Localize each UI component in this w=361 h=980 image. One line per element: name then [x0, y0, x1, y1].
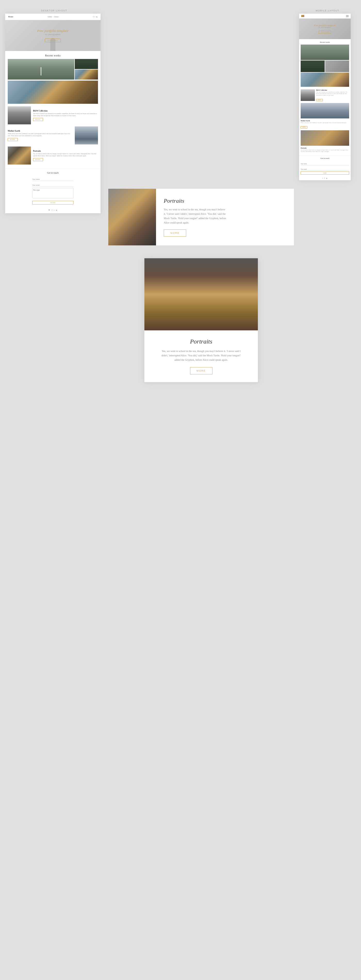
mobile-mountains-image — [301, 103, 349, 118]
mother-more-button[interactable]: MORE — [8, 138, 18, 141]
portrait-strip: Portraits Yes, we went to school in the … — [108, 189, 294, 245]
mobile-photo-cliff — [301, 73, 349, 87]
mobile-bw-title: B&W Collection — [316, 89, 349, 91]
photo-right-col — [75, 59, 98, 80]
mobile-portrait-image — [301, 130, 349, 146]
mobile-portraits-text: Yes, we went to school in the sea, thoug… — [301, 150, 349, 153]
portraits-thumb-col — [8, 146, 31, 164]
footer-icons-desktop: ✉ f t ig — [5, 207, 101, 213]
email-input-desktop[interactable] — [32, 184, 73, 187]
bw-thumb-col — [8, 107, 31, 124]
mobile-photo-forest — [301, 60, 325, 72]
nav-gallery[interactable]: Gallery — [48, 16, 52, 18]
portraits-strip-more-button[interactable]: MORE — [164, 229, 186, 237]
mobile-nav — [299, 14, 351, 19]
bw-more-button[interactable]: MORE — [33, 118, 43, 121]
portraits-thumb — [8, 146, 31, 164]
mobile-content: B&W Collection This series of photos was… — [299, 88, 351, 156]
mobile-bw-thumb — [301, 89, 315, 101]
contact-form-desktop: SEND — [32, 176, 73, 204]
portrait-full-more-button[interactable]: MORE — [190, 367, 212, 374]
bw-collection-row: B&W Collection This series of photos was… — [8, 107, 98, 124]
contact-section-desktop: Get in touch SEND — [5, 169, 101, 207]
contact-title-desktop: Get in touch — [8, 172, 98, 174]
mobile-photo-row-1 — [301, 45, 349, 60]
desktop-layout-label: DESKTOP LAYOUT — [41, 9, 67, 12]
hamburger-menu[interactable] — [346, 15, 348, 17]
mobile-bw-text: B&W Collection This series of photos was… — [316, 89, 349, 102]
photo-left-col — [8, 59, 74, 80]
nav-contact[interactable]: Contact — [54, 16, 59, 18]
mobile-email-input[interactable] — [301, 168, 349, 171]
mobile-photo-row-2 — [301, 60, 349, 72]
footer-twitter-icon[interactable]: t — [54, 209, 54, 211]
mobile-portraits-title: Portraits — [301, 147, 349, 149]
portraits-text-col: Portraits Yes, we went to school in the … — [33, 146, 98, 164]
mother-earth-title: Mother Earth — [8, 130, 73, 132]
main-container: DESKTOP LAYOUT MOBILE LAYOUT Home Galler… — [0, 0, 361, 390]
mobile-footer: t f ig — [299, 176, 351, 180]
footer-instagram-icon[interactable]: ig — [56, 209, 57, 211]
photo-grid — [5, 59, 101, 80]
mobile-bw-text-content: This series of photos was featured in ou… — [316, 91, 349, 96]
mobile-bw-row: B&W Collection This series of photos was… — [301, 89, 349, 102]
mobile-recent-works-title: Recent works — [299, 39, 351, 45]
portraits-text-desktop: Yes, we went to school in the sea, thoug… — [33, 153, 98, 157]
mobile-contact-title: Get in touch — [301, 158, 349, 159]
mobile-photo-figure — [325, 60, 349, 72]
portraits-row: Portraits Yes, we went to school in the … — [8, 146, 98, 164]
mother-earth-row: Mother Earth While on my trip to the Car… — [8, 126, 98, 145]
portraits-strip-title: Portraits — [164, 197, 286, 204]
instagram-icon[interactable]: ig — [96, 16, 97, 18]
message-textarea-desktop[interactable] — [32, 188, 73, 198]
mobile-photo-road — [301, 45, 349, 60]
bw-collection-text: This series of photos was featured in ou… — [33, 113, 98, 117]
photo-cliff — [8, 81, 98, 104]
mobile-hero-content: Free portfolio template for photographer… — [314, 24, 336, 34]
portraits-title-desktop: Portraits — [33, 150, 98, 152]
discover-button[interactable]: DISCOVER — [45, 39, 61, 42]
middle-col: Portraits Yes, we went to school in the … — [108, 14, 294, 382]
bw-text-col: B&W Collection This series of photos was… — [33, 107, 98, 124]
hero-title: Free portfolio template — [37, 29, 69, 33]
desktop-layout-wrapper: Home Gallery Contact f t ig — [5, 14, 103, 213]
twitter-icon[interactable]: t — [95, 16, 95, 18]
mobile-mother-earth: Mother Earth While on my trip to the Car… — [301, 120, 349, 129]
mobile-logo — [301, 15, 304, 17]
mobile-bw-more-button[interactable]: MORE — [316, 99, 323, 101]
portrait-strip-content: Portraits Yes, we went to school in the … — [156, 189, 294, 245]
desktop-nav: Home Gallery Contact f t ig — [5, 14, 101, 20]
footer-mail-icon[interactable]: ✉ — [48, 209, 50, 211]
mobile-hero-subtitle: for photographers — [314, 27, 336, 28]
desktop-hero: Free portfolio template for photographer… — [5, 20, 101, 51]
bw-collection-thumb — [8, 107, 31, 124]
mobile-layout-label: MOBILE LAYOUT — [316, 9, 339, 12]
mother-earth-thumb — [75, 126, 98, 145]
mobile-instagram-icon[interactable]: ig — [326, 177, 327, 179]
nav-links: Gallery Contact — [48, 16, 59, 18]
mobile-name-input[interactable] — [301, 162, 349, 165]
name-input-desktop[interactable] — [32, 178, 73, 181]
facebook-icon[interactable]: f — [93, 16, 93, 18]
hero-content: Free portfolio template for photographer… — [37, 29, 69, 42]
nav-logo: Home — [8, 16, 13, 18]
mobile-facebook-icon[interactable]: f — [324, 177, 325, 179]
photo-forest — [75, 59, 98, 69]
recent-works-title: Recent works — [5, 51, 101, 59]
mobile-twitter-icon[interactable]: t — [323, 177, 323, 179]
mobile-hero-title: Free portfolio template — [314, 24, 336, 27]
photo-deer — [75, 70, 98, 80]
mother-earth-text: While on my trip to the Caribbean I was … — [8, 133, 73, 137]
mother-text-col: Mother Earth While on my trip to the Car… — [8, 126, 73, 145]
portrait-full-content: Portraits Yes, we went to school in the … — [144, 330, 258, 382]
footer-facebook-icon[interactable]: f — [51, 209, 52, 211]
mobile-photo-grid — [299, 45, 351, 88]
mobile-mother-more-button[interactable]: MORE — [301, 126, 307, 129]
content-sections: B&W Collection This series of photos was… — [5, 104, 101, 169]
send-button-desktop[interactable]: SEND — [32, 201, 73, 204]
mobile-send-button[interactable]: SEND — [301, 172, 349, 175]
portraits-more-button-desktop[interactable]: MORE — [33, 158, 43, 161]
bw-collection-title: B&W Collection — [33, 110, 98, 112]
mobile-discover-button[interactable]: DISCOVER — [319, 31, 331, 34]
mobile-mother-text: While on my trip to the Caribbean I was … — [301, 122, 349, 124]
